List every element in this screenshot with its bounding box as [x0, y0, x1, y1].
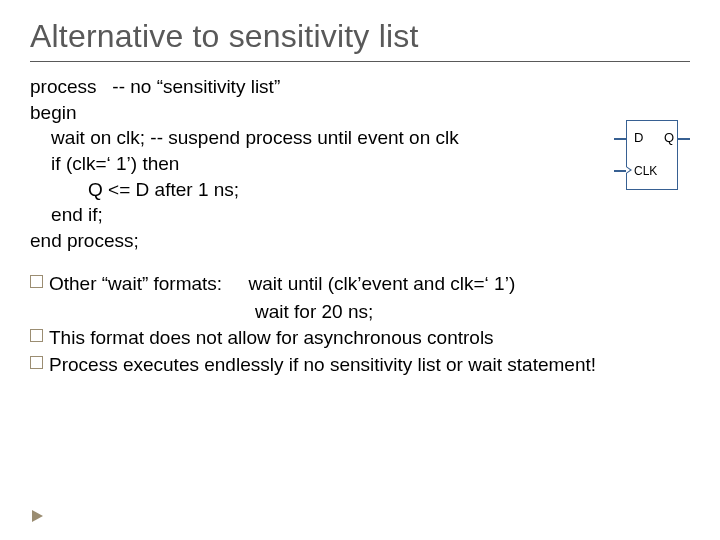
square-bullet-icon	[30, 329, 43, 342]
title-underline	[30, 61, 690, 62]
code-line: Q <= D after 1 ns;	[30, 179, 239, 200]
bullet-lead: Other “wait” formats:	[49, 273, 222, 294]
label-clk: CLK	[634, 164, 657, 178]
play-icon	[32, 510, 43, 522]
bullet-text: This format does not allow for asynchron…	[49, 325, 690, 351]
list-item: This format does not allow for asynchron…	[30, 325, 690, 351]
slide-title: Alternative to sensitivity list	[30, 18, 690, 55]
list-item: Other “wait” formats: wait until (clk’ev…	[30, 271, 690, 297]
square-bullet-icon	[30, 275, 43, 288]
code-line: wait on clk; -- suspend process until ev…	[30, 127, 459, 148]
code-block: process -- no “sensitivity list” begin w…	[30, 74, 690, 253]
code-line: if (clk=‘ 1’) then	[30, 153, 179, 174]
clock-edge-icon-inner	[626, 167, 630, 173]
label-q: Q	[664, 130, 674, 145]
square-bullet-icon	[30, 356, 43, 369]
wire-clk	[614, 170, 626, 172]
bullet-list: Other “wait” formats: wait until (clk’ev…	[30, 271, 690, 378]
bullet-text: Other “wait” formats: wait until (clk’ev…	[49, 271, 690, 297]
wait-format-2: wait for 20 ns;	[255, 299, 690, 325]
bullet-text: Process executes endlessly if no sensiti…	[49, 352, 690, 378]
wire-d	[614, 138, 626, 140]
wire-q	[678, 138, 690, 140]
flipflop-diagram: D Q CLK	[614, 120, 690, 190]
code-line: begin	[30, 102, 77, 123]
code-line: process -- no “sensitivity list”	[30, 76, 280, 97]
label-d: D	[634, 130, 643, 145]
list-item: Process executes endlessly if no sensiti…	[30, 352, 690, 378]
wait-format-1: wait until (clk’event and clk=‘ 1’)	[249, 273, 516, 294]
code-line: end process;	[30, 230, 139, 251]
code-line: end if;	[30, 204, 103, 225]
